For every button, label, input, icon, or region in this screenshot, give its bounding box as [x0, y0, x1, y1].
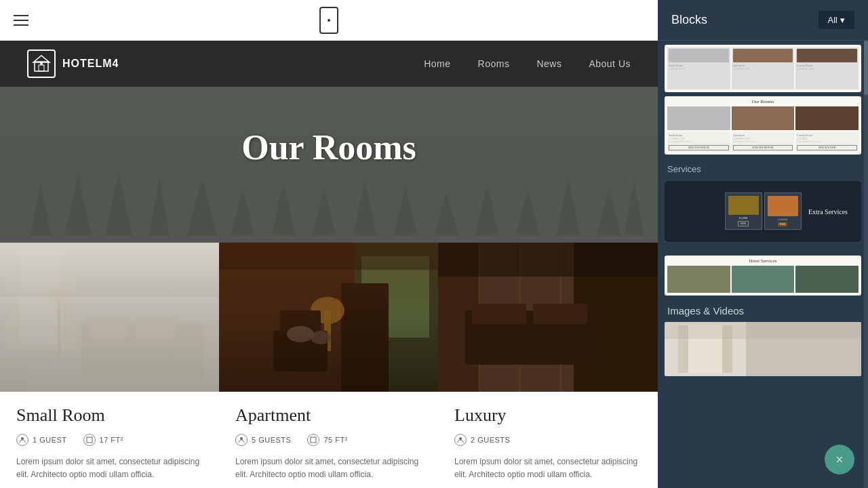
lux-guests-icon — [454, 434, 467, 446]
size-icon — [83, 434, 96, 446]
close-icon: × — [835, 453, 843, 466]
guests-icon — [16, 434, 28, 446]
chevron-down-icon: ▾ — [840, 15, 845, 25]
svg-rect-25 — [7, 249, 75, 351]
scroll-track — [864, 41, 868, 488]
blocks-title: Blocks — [671, 13, 707, 27]
blocks-panel: Blocks All ▾ Small Room ▪ 1 GUEST ▪ 17 F… — [658, 0, 868, 488]
blocks-scroll-area[interactable]: Small Room ▪ 1 GUEST ▪ 17 Ft² Apartment … — [658, 41, 868, 488]
images-videos-preview — [665, 322, 861, 376]
lux-desc: Lorem ipsum dolor sit amet, consectetur … — [454, 455, 642, 481]
hero-title: Our Rooms — [241, 127, 416, 167]
extra-services-label: Extra Services — [808, 207, 848, 215]
svg-point-36 — [21, 437, 24, 440]
svg-rect-45 — [273, 331, 328, 371]
svg-rect-2 — [39, 65, 44, 71]
svg-rect-70 — [665, 322, 861, 339]
svg-point-63 — [459, 437, 462, 440]
small-room-guests: 1 GUEST — [16, 434, 67, 446]
room-card-lux: Luxury 2 GUESTS Lorem ipsum dolor sit am… — [438, 243, 658, 488]
svg-rect-46 — [280, 310, 321, 338]
logo-box — [27, 49, 56, 78]
svg-rect-61 — [533, 304, 587, 324]
svg-rect-27 — [7, 249, 20, 344]
hotel-services-thumb[interactable]: Hotel Services — [665, 256, 861, 296]
apartment-svg — [219, 243, 438, 392]
svg-point-47 — [287, 326, 314, 342]
apartment-image — [219, 243, 438, 392]
svg-point-48 — [311, 331, 331, 344]
lux-guests: 2 GUESTS — [454, 434, 510, 446]
svg-rect-31 — [136, 317, 176, 338]
nav-about[interactable]: About Us — [589, 58, 631, 69]
small-room-content: Small Room 1 GUEST 17 Ft² — [0, 392, 219, 488]
small-room-desc: Lorem ipsum dolor sit amet, consectetur … — [16, 455, 203, 481]
svg-rect-37 — [87, 437, 92, 443]
scroll-thumb[interactable] — [864, 41, 868, 95]
svg-rect-41 — [361, 256, 429, 338]
close-panel-btn[interactable]: × — [825, 445, 854, 474]
all-filter-btn[interactable]: All ▾ — [818, 11, 854, 29]
small-room-image — [0, 243, 219, 392]
apt-size: 75 Ft² — [307, 434, 347, 446]
rooms-grid-thumb[interactable]: Small Room ▪ 1 GUEST ▪ 17 Ft² Apartment … — [665, 45, 861, 92]
svg-point-33 — [47, 289, 71, 302]
services-section-label: Services — [658, 159, 868, 177]
blocks-header: Blocks All ▾ — [658, 0, 868, 41]
lux-title: Luxury — [454, 405, 642, 426]
nav-news[interactable]: News — [536, 58, 561, 69]
svg-rect-35 — [0, 243, 219, 297]
images-videos-label: Images & Videos — [658, 300, 868, 319]
svg-rect-32 — [58, 297, 60, 365]
apt-title: Apartment — [235, 405, 422, 426]
luxury-svg — [438, 243, 658, 392]
apt-meta: 5 GUESTS 75 Ft² — [235, 434, 422, 446]
lux-meta: 2 GUESTS — [454, 434, 642, 446]
svg-rect-28 — [61, 249, 75, 344]
images-videos-thumb[interactable] — [665, 322, 861, 376]
small-room-svg — [0, 243, 219, 392]
navbar: HOTELM4 Home Rooms News About Us — [0, 41, 658, 87]
svg-point-50 — [240, 437, 243, 440]
svg-rect-60 — [472, 304, 526, 324]
hero-section: Our Rooms — [0, 87, 658, 488]
svg-rect-62 — [438, 243, 658, 277]
apt-guests-icon — [235, 434, 248, 446]
svg-point-43 — [311, 297, 344, 324]
nav-links: Home Rooms News About Us — [424, 58, 631, 70]
svg-rect-30 — [88, 317, 129, 338]
room-cards-container: Small Room 1 GUEST 17 Ft² — [0, 243, 658, 488]
our-rooms-thumb[interactable]: Our Rooms Small Room ▪ 1 GUEST ▪ 17 Ft² … — [665, 96, 861, 155]
main-area: HOTELM4 Home Rooms News About Us — [0, 0, 658, 488]
apt-content: Apartment 5 GUESTS 75 Ft² — [219, 392, 438, 488]
svg-rect-29 — [81, 324, 203, 378]
logo-area: HOTELM4 — [27, 49, 119, 78]
svg-rect-39 — [219, 243, 355, 392]
apt-desc: Lorem ipsum dolor sit amet, consectetur … — [235, 455, 422, 481]
apt-guests: 5 GUESTS — [235, 434, 291, 446]
top-bar — [0, 0, 658, 41]
svg-rect-38 — [219, 243, 438, 392]
small-room-meta: 1 GUEST 17 Ft² — [16, 434, 203, 446]
extra-services-thumb[interactable]: $ 4,000 BOOK Available BOOK Extra Servic… — [665, 181, 861, 242]
mobile-preview-icon[interactable] — [319, 7, 338, 34]
svg-rect-42 — [341, 283, 389, 392]
small-room-size: 17 Ft² — [83, 434, 123, 446]
brand-name: HOTELM4 — [62, 58, 119, 70]
svg-rect-24 — [0, 243, 219, 392]
luxury-image — [438, 243, 658, 392]
svg-rect-44 — [324, 310, 331, 351]
apt-size-icon — [307, 434, 319, 446]
nav-rooms[interactable]: Rooms — [478, 58, 510, 69]
svg-rect-26 — [10, 249, 71, 344]
hamburger-menu[interactable] — [14, 15, 28, 26]
svg-rect-51 — [311, 437, 316, 443]
lux-content: Luxury 2 GUESTS Lorem ipsum dolor sit am… — [438, 392, 658, 488]
small-room-title: Small Room — [16, 405, 203, 426]
nav-home[interactable]: Home — [424, 58, 450, 69]
svg-point-3 — [40, 62, 43, 65]
svg-rect-49 — [219, 243, 438, 270]
svg-rect-34 — [0, 358, 27, 392]
room-card-apt: Apartment 5 GUESTS 75 Ft² — [219, 243, 438, 488]
hotel-logo-icon — [31, 54, 52, 74]
